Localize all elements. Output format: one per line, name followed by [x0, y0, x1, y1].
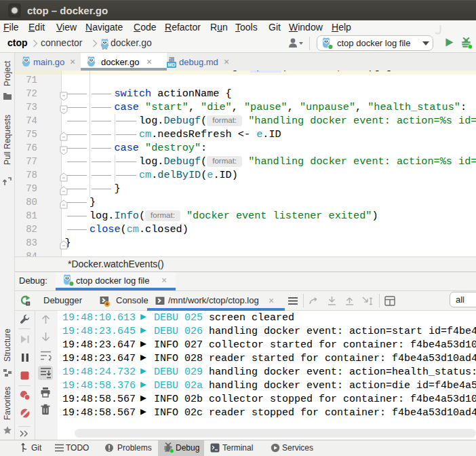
svg-text:MD: MD: [168, 62, 176, 67]
